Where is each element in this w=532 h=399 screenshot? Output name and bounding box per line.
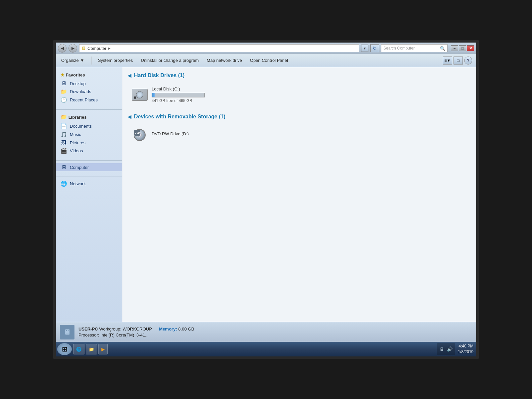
downloads-icon: 📁 [61,88,67,95]
folder-icon: 🖥 [81,46,86,51]
sidebar-item-documents[interactable]: 📄 Documents [56,122,122,130]
local-disk-c-item[interactable]: ⊞ Local Disk (C:) 441 GB free of 465 GB [128,84,471,106]
local-disk-c-free: 441 GB free of 465 GB [152,98,467,103]
hdd-drive-icon: ⊞ [132,88,148,101]
taskbar-explorer[interactable]: 📁 [86,344,97,354]
sidebar-item-computer[interactable]: 🖥 Computer [56,163,122,171]
organize-button[interactable]: Organize ▼ [60,57,86,64]
workgroup-label: Workgroup: [99,327,121,332]
processor-value: Intel(R) Core(TM) i3-41... [100,332,149,337]
address-dropdown[interactable]: ▼ [361,45,368,52]
address-bar[interactable]: 🖥 Computer ▶ [79,44,359,52]
taskbar-tray: 🖥 🔊 [437,343,455,355]
clock-time: 4:40 PM [458,343,473,349]
system-properties-label: System properties [98,58,133,63]
help-button[interactable]: ? [464,57,472,65]
sidebar-item-recent-places[interactable]: 🕐 Recent Places [56,96,122,104]
preview-button[interactable]: □ [454,57,463,65]
status-bar: 🖥 USER-PC Workgroup: WORKGROUP Memory: 8… [56,322,476,342]
dvd-drive-info: DVD RW Drive (D:) [152,131,467,138]
dvd-shape: DVD [132,128,148,141]
view-button[interactable]: ≡▼ [443,57,452,65]
maximize-button[interactable]: □ [459,45,466,51]
address-separator: ▶ [108,46,110,51]
hard-disk-header: ◀ Hard Disk Drives (1) [128,72,471,78]
status-row2: Processor: Intel(R) Core(TM) i3-41... [78,332,194,337]
libraries-section: 📁 Libraries 📄 Documents 🎵 Music 🖼 Pictur… [56,112,122,155]
removable-toggle[interactable]: ◀ [128,114,131,119]
recent-places-label: Recent Places [70,97,98,102]
processor-label: Processor: [78,332,99,337]
address-path: Computer [87,46,106,51]
status-info: USER-PC Workgroup: WORKGROUP Memory: 8.0… [78,327,194,337]
computer-label: Computer [70,165,89,170]
control-panel-label: Open Control Panel [250,58,288,63]
desktop-label: Desktop [70,81,86,86]
downloads-label: Downloads [70,89,91,94]
videos-label: Videos [70,148,83,153]
title-bar-left: ◀ ▶ 🖥 Computer ▶ ▼ ↻ Search Computer 🔍 [58,44,448,53]
uninstall-label: Uninstall or change a program [141,58,199,63]
workgroup-value: WORKGROUP [123,327,152,332]
search-placeholder: Search Computer [383,46,415,51]
minimize-button[interactable]: – [451,45,458,51]
network-label: Network [70,181,86,186]
clock-date: 1/8/2019 [458,349,473,355]
hard-disk-toggle[interactable]: ◀ [128,73,131,78]
network-icon: 🌐 [61,181,67,187]
taskbar-ie[interactable]: 🌐 [73,344,84,354]
sidebar: ★ Favorites 🖥 Desktop 📁 Downloads 🕐 Rece… [56,67,122,322]
taskbar-clock: 4:40 PM 1/8/2019 [457,343,475,355]
dvd-drive-name: DVD RW Drive (D:) [152,131,467,136]
map-network-button[interactable]: Map network drive [205,57,243,64]
dvd-disc: DVD [134,129,146,141]
local-disk-c-bar-fill [152,93,155,97]
favorites-header: ★ Favorites [56,71,122,79]
network-tray-icon[interactable]: 🖥 [440,346,444,352]
ie-icon: 🌐 [76,347,81,352]
sidebar-item-desktop[interactable]: 🖥 Desktop [56,79,122,87]
media-icon: ▶ [101,347,105,352]
start-button[interactable]: ⊞ [57,343,72,355]
search-box[interactable]: Search Computer 🔍 [381,44,448,52]
volume-tray-icon[interactable]: 🔊 [447,346,453,352]
desktop-icon: 🖥 [61,80,67,86]
system-properties-button[interactable]: System properties [97,57,134,64]
taskbar-media[interactable]: ▶ [98,344,108,354]
sidebar-divider-1 [56,109,122,110]
sidebar-item-music[interactable]: 🎵 Music [56,130,122,139]
hard-disk-section: ◀ Hard Disk Drives (1) ⊞ Local Disk (C:) [128,72,471,106]
sidebar-item-downloads[interactable]: 📁 Downloads [56,87,122,96]
forward-button[interactable]: ▶ [68,44,77,53]
computer-section: 🖥 Computer [56,163,122,171]
close-button[interactable]: ✕ [467,45,474,51]
computer-icon: 🖥 [61,164,67,170]
toolbar: Organize ▼ System properties Uninstall o… [56,54,476,67]
sidebar-item-network[interactable]: 🌐 Network [56,180,122,188]
dvd-drive-item[interactable]: DVD DVD RW Drive (D:) [128,125,471,144]
control-panel-button[interactable]: Open Control Panel [249,57,289,64]
sidebar-item-videos[interactable]: 🎬 Videos [56,147,122,155]
pictures-icon: 🖼 [61,140,67,146]
window-controls: – □ ✕ [451,45,474,51]
hdd-shape: ⊞ [132,89,148,101]
sidebar-item-pictures[interactable]: 🖼 Pictures [56,139,122,147]
documents-icon: 📄 [61,123,67,129]
status-row1: USER-PC Workgroup: WORKGROUP Memory: 8.0… [78,327,194,332]
dvd-label-text: DVD [134,130,140,136]
explorer-icon: 📁 [89,347,94,352]
music-label: Music [70,132,81,137]
favorites-section: ★ Favorites 🖥 Desktop 📁 Downloads 🕐 Rece… [56,71,122,104]
memory-label: Memory: [159,327,177,332]
search-icon: 🔍 [440,46,445,51]
removable-header: ◀ Devices with Removable Storage (1) [128,114,471,120]
refresh-button[interactable]: ↻ [370,44,379,52]
pictures-label: Pictures [70,140,85,145]
local-disk-c-bar-container [152,93,205,97]
back-button[interactable]: ◀ [58,44,66,53]
toolbar-right: ≡▼ □ ? [443,57,472,65]
documents-label: Documents [70,124,92,129]
uninstall-button[interactable]: Uninstall or change a program [139,57,200,64]
organize-label: Organize [61,58,79,63]
main-area: ★ Favorites 🖥 Desktop 📁 Downloads 🕐 Rece… [56,67,476,322]
